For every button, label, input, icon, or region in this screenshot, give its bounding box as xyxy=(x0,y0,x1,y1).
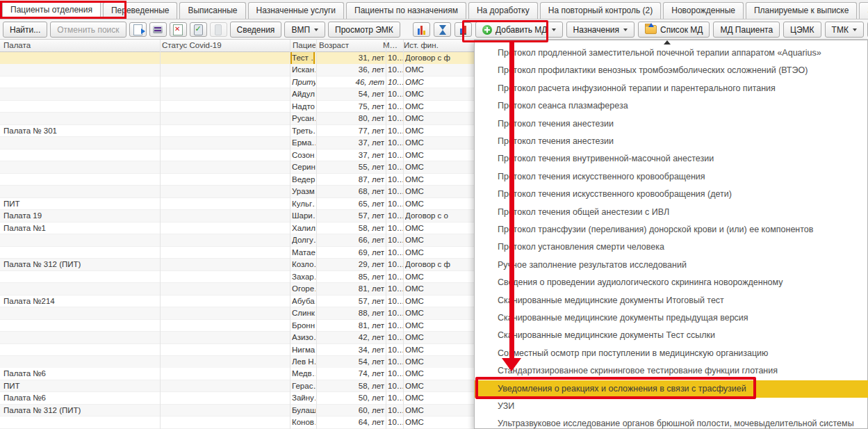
menu-item[interactable]: Протокол сеанса плазмафереза xyxy=(475,97,868,115)
tab[interactable]: На повторный контроль (2) xyxy=(540,2,661,19)
menu-item[interactable]: Протокол профилактики венозных тромбоэмб… xyxy=(475,62,868,79)
cell-ward xyxy=(3,416,158,428)
tab[interactable]: Пациенты отделения xyxy=(2,1,101,19)
tab[interactable]: Запросы ТМК xyxy=(859,2,868,19)
cell-pat: Конов… xyxy=(292,416,316,428)
menu-item[interactable]: Сканированные медицинские документы Итог… xyxy=(475,292,868,309)
appointments-button[interactable]: Назначения xyxy=(566,22,635,38)
export-list-button[interactable] xyxy=(129,22,147,37)
tab[interactable]: Пациенты по назначениям xyxy=(346,2,466,19)
menu-item[interactable]: Протокол течения анестезии xyxy=(475,115,868,133)
phone-button[interactable] xyxy=(210,22,227,37)
menu-item[interactable]: Протокол течения внутривенной-масочной а… xyxy=(475,150,868,168)
cell-age: 60, лет xyxy=(316,405,384,416)
column-header[interactable]: Возраст xyxy=(319,40,380,51)
clipboard-check-button[interactable] xyxy=(190,22,207,37)
toolbar: Найти... Отменить поиск Сведения ВМП Про… xyxy=(0,19,868,40)
cell-pat: Бронн… xyxy=(292,320,316,332)
menu-item[interactable]: Протокол продленной заместительной почеч… xyxy=(475,44,868,62)
md-patient-button[interactable]: МД Пациента xyxy=(713,22,780,38)
hourglass-button[interactable] xyxy=(434,22,451,37)
tab[interactable]: Планируемые к выписке xyxy=(746,2,857,19)
menu-item[interactable]: Ручное заполнение результатов исследован… xyxy=(475,257,868,274)
menu-item[interactable]: Совместный осмотр при поступлении в меди… xyxy=(475,345,868,362)
add-md-button[interactable]: Добавить МД xyxy=(475,22,563,38)
cell-m: 10… xyxy=(388,161,403,173)
cell-pat: Герас… xyxy=(292,380,316,392)
cell-pat: Матае… xyxy=(292,247,316,259)
menu-item[interactable]: Уведомления о реакциях и осложнения в св… xyxy=(475,380,868,398)
menu-item[interactable]: Сканированные медицинские документы Тест… xyxy=(475,327,868,344)
cell-age: 34, лет xyxy=(316,344,384,356)
cell-age: 31, лет xyxy=(316,52,384,64)
menu-item[interactable]: Протокол трансфузии (переливания) донорс… xyxy=(475,221,868,238)
cell-fin: ОМС xyxy=(405,247,473,259)
cell-m: 10… xyxy=(388,332,403,343)
details-button[interactable]: Сведения xyxy=(230,22,282,38)
tab[interactable]: Переведенные xyxy=(103,2,178,19)
cell-covid xyxy=(162,296,287,307)
column-header[interactable]: Пацие… xyxy=(293,40,316,51)
cell-m: 10… xyxy=(388,368,403,380)
cell-pat: Приту… xyxy=(292,76,316,88)
cell-fin: ОМС xyxy=(405,344,473,356)
cell-pat: Айдул… xyxy=(292,88,316,100)
cell-m: 10… xyxy=(388,137,403,149)
tab[interactable]: На доработку xyxy=(468,2,538,19)
barcode-scan-button[interactable] xyxy=(149,22,167,37)
chevron-down-icon xyxy=(853,29,857,31)
column-header[interactable]: Статус Covid-19 xyxy=(162,40,287,51)
tab[interactable]: Новорожденные xyxy=(663,2,744,19)
cell-age: 54, лет xyxy=(316,356,384,368)
menu-item[interactable]: Ультразвуковое исследование органов брюш… xyxy=(475,415,868,429)
cell-m: 10… xyxy=(388,186,403,197)
toolbar-right-cluster: Добавить МД Назначения Список МД МД Паци… xyxy=(413,22,868,38)
menu-item[interactable]: Протокол течения анестезии xyxy=(475,133,868,150)
cell-fin: ОМС xyxy=(405,198,473,210)
column-header[interactable]: Палата xyxy=(3,40,158,51)
cell-ward: Палата № 312 (ПИТ) xyxy=(3,405,158,416)
cell-covid xyxy=(162,320,287,332)
excel-remove-button[interactable] xyxy=(170,22,187,37)
menu-item[interactable]: Протокол установления смерти человека xyxy=(475,238,868,256)
cell-age: 68, лет xyxy=(316,186,384,197)
cell-fin: ОМС xyxy=(405,283,473,295)
cell-fin: ОМС xyxy=(405,222,473,234)
menu-item[interactable]: Стандартизированное скрининговое тестиро… xyxy=(475,362,868,380)
phone-icon xyxy=(215,24,222,35)
cell-fin: ОМС xyxy=(405,307,473,319)
vmp-button[interactable]: ВМП xyxy=(284,22,325,38)
cell-ward xyxy=(3,271,158,283)
column-divider xyxy=(403,40,404,429)
column-divider xyxy=(160,40,161,429)
md-list-button[interactable]: Список МД xyxy=(638,22,710,38)
menu-item[interactable]: УЗИ xyxy=(475,398,868,415)
menu-item[interactable]: Протокол расчета инфузионной терапии и п… xyxy=(475,80,868,97)
find-button[interactable]: Найти... xyxy=(3,22,47,38)
cell-fin: ОМС xyxy=(405,416,473,428)
tab[interactable]: Назначенные услуги xyxy=(248,2,345,19)
cell-fin: ОМС xyxy=(405,64,473,76)
cancel-search-button[interactable]: Отменить поиск xyxy=(50,22,126,38)
menu-item[interactable]: Протокол течения искусственного кровообр… xyxy=(475,168,868,186)
tab[interactable]: Выписанные xyxy=(179,2,245,19)
cell-m: 10… xyxy=(388,101,403,113)
menu-item[interactable]: Сканированные медицинские документы пред… xyxy=(475,309,868,327)
excel-cross-icon xyxy=(173,24,183,35)
cell-pat: Тест … xyxy=(292,52,313,64)
chart-xyz-button[interactable] xyxy=(413,22,430,37)
cell-m: 10… xyxy=(388,344,403,356)
menu-item[interactable]: Сведения о проведении аудиологического с… xyxy=(475,274,868,291)
menu-item[interactable]: Протокол течения общей анестезии с ИВЛ xyxy=(475,204,868,221)
cell-pat: Ведер… xyxy=(292,174,316,186)
cell-age: 37, лет xyxy=(316,149,384,161)
cell-fin: ОМС xyxy=(405,186,473,197)
cemk-button[interactable]: ЦЭМК xyxy=(783,22,821,38)
bar-chart-button[interactable] xyxy=(455,22,472,37)
cell-pat: Слинк… xyxy=(292,307,316,319)
column-divider xyxy=(386,40,386,429)
column-header[interactable]: Ист. фин. xyxy=(404,40,472,51)
tmk-button[interactable]: ТМК xyxy=(825,22,864,38)
menu-item[interactable]: Протокол течения искусственного кровообр… xyxy=(475,186,868,203)
view-emk-button[interactable]: Просмотр ЭМК xyxy=(328,22,400,38)
